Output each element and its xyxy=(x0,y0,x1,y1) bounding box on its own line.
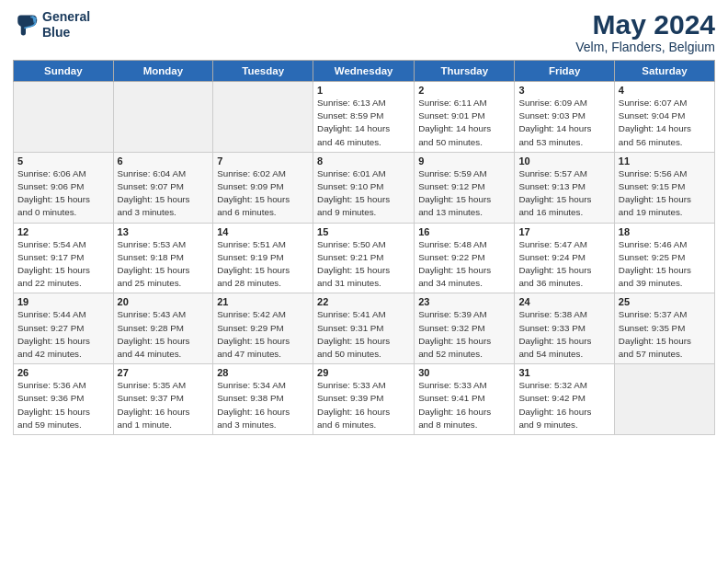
week-row-5: 26Sunrise: 5:36 AM Sunset: 9:36 PM Dayli… xyxy=(14,364,715,435)
day-info: Sunrise: 5:54 AM Sunset: 9:17 PM Dayligh… xyxy=(17,238,109,291)
calendar-cell: 2Sunrise: 6:11 AM Sunset: 9:01 PM Daylig… xyxy=(415,82,515,153)
logo: General Blue xyxy=(13,9,90,40)
day-info: Sunrise: 5:37 AM Sunset: 9:35 PM Dayligh… xyxy=(619,308,711,361)
calendar-cell: 9Sunrise: 5:59 AM Sunset: 9:12 PM Daylig… xyxy=(415,152,515,223)
day-info: Sunrise: 5:41 AM Sunset: 9:31 PM Dayligh… xyxy=(317,308,410,361)
day-number: 26 xyxy=(17,367,109,378)
calendar-cell: 21Sunrise: 5:42 AM Sunset: 9:29 PM Dayli… xyxy=(213,293,313,364)
logo-text: General Blue xyxy=(42,9,90,40)
day-number: 25 xyxy=(619,296,711,307)
day-number: 28 xyxy=(217,367,309,378)
day-number: 6 xyxy=(118,155,210,167)
calendar: SundayMondayTuesdayWednesdayThursdayFrid… xyxy=(13,60,715,435)
day-number: 10 xyxy=(518,155,609,167)
main-title: May 2024 xyxy=(575,9,715,40)
calendar-cell xyxy=(113,82,213,153)
day-number: 8 xyxy=(317,155,410,167)
weekday-header-monday: Monday xyxy=(113,61,213,82)
day-number: 13 xyxy=(118,226,210,237)
day-info: Sunrise: 6:11 AM Sunset: 9:01 PM Dayligh… xyxy=(418,97,510,149)
week-row-3: 12Sunrise: 5:54 AM Sunset: 9:17 PM Dayli… xyxy=(14,223,715,293)
logo-line1: General xyxy=(42,9,90,24)
day-number: 19 xyxy=(17,296,109,307)
day-number: 20 xyxy=(118,296,210,307)
week-row-1: 1Sunrise: 6:13 AM Sunset: 8:59 PM Daylig… xyxy=(14,82,715,153)
day-number: 14 xyxy=(217,226,309,237)
weekday-header-saturday: Saturday xyxy=(614,61,714,82)
calendar-cell: 20Sunrise: 5:43 AM Sunset: 9:28 PM Dayli… xyxy=(113,293,213,364)
day-info: Sunrise: 5:34 AM Sunset: 9:38 PM Dayligh… xyxy=(217,379,309,431)
day-info: Sunrise: 6:01 AM Sunset: 9:10 PM Dayligh… xyxy=(317,167,410,220)
day-number: 17 xyxy=(518,226,609,237)
calendar-cell: 5Sunrise: 6:06 AM Sunset: 9:06 PM Daylig… xyxy=(14,152,114,223)
calendar-cell xyxy=(213,82,313,153)
day-number: 1 xyxy=(317,85,410,96)
subtitle: Velm, Flanders, Belgium xyxy=(575,40,715,54)
calendar-cell: 15Sunrise: 5:50 AM Sunset: 9:21 PM Dayli… xyxy=(313,223,415,293)
calendar-cell: 7Sunrise: 6:02 AM Sunset: 9:09 PM Daylig… xyxy=(213,152,313,223)
calendar-cell: 8Sunrise: 6:01 AM Sunset: 9:10 PM Daylig… xyxy=(313,152,415,223)
day-number: 21 xyxy=(217,296,309,307)
day-number: 30 xyxy=(418,367,510,378)
day-number: 16 xyxy=(418,226,510,237)
title-block: May 2024 Velm, Flanders, Belgium xyxy=(575,9,715,54)
day-info: Sunrise: 5:33 AM Sunset: 9:39 PM Dayligh… xyxy=(317,379,410,431)
calendar-cell: 26Sunrise: 5:36 AM Sunset: 9:36 PM Dayli… xyxy=(14,364,114,435)
weekday-header-wednesday: Wednesday xyxy=(313,61,415,82)
day-number: 24 xyxy=(518,296,609,307)
day-info: Sunrise: 5:51 AM Sunset: 9:19 PM Dayligh… xyxy=(217,238,309,291)
calendar-cell: 18Sunrise: 5:46 AM Sunset: 9:25 PM Dayli… xyxy=(614,223,714,293)
calendar-cell: 3Sunrise: 6:09 AM Sunset: 9:03 PM Daylig… xyxy=(515,82,614,153)
day-info: Sunrise: 5:35 AM Sunset: 9:37 PM Dayligh… xyxy=(118,379,210,431)
day-number: 4 xyxy=(619,85,711,96)
calendar-cell: 16Sunrise: 5:48 AM Sunset: 9:22 PM Dayli… xyxy=(415,223,515,293)
page: General Blue May 2024 Velm, Flanders, Be… xyxy=(0,0,728,563)
calendar-cell xyxy=(14,82,114,153)
weekday-header-friday: Friday xyxy=(515,61,614,82)
day-info: Sunrise: 5:42 AM Sunset: 9:29 PM Dayligh… xyxy=(217,308,309,361)
calendar-cell: 14Sunrise: 5:51 AM Sunset: 9:19 PM Dayli… xyxy=(213,223,313,293)
header: General Blue May 2024 Velm, Flanders, Be… xyxy=(13,9,715,54)
weekday-header-row: SundayMondayTuesdayWednesdayThursdayFrid… xyxy=(14,61,715,82)
calendar-cell: 31Sunrise: 5:32 AM Sunset: 9:42 PM Dayli… xyxy=(515,364,614,435)
day-number: 27 xyxy=(118,367,210,378)
day-info: Sunrise: 6:09 AM Sunset: 9:03 PM Dayligh… xyxy=(518,97,609,149)
logo-icon xyxy=(13,12,39,38)
day-info: Sunrise: 5:43 AM Sunset: 9:28 PM Dayligh… xyxy=(118,308,210,361)
day-info: Sunrise: 5:56 AM Sunset: 9:15 PM Dayligh… xyxy=(619,167,711,220)
calendar-cell: 12Sunrise: 5:54 AM Sunset: 9:17 PM Dayli… xyxy=(14,223,114,293)
week-row-4: 19Sunrise: 5:44 AM Sunset: 9:27 PM Dayli… xyxy=(14,293,715,364)
calendar-cell xyxy=(614,364,714,435)
weekday-header-sunday: Sunday xyxy=(14,61,114,82)
week-row-2: 5Sunrise: 6:06 AM Sunset: 9:06 PM Daylig… xyxy=(14,152,715,223)
day-info: Sunrise: 5:59 AM Sunset: 9:12 PM Dayligh… xyxy=(418,167,510,220)
logo-line2: Blue xyxy=(42,25,70,40)
calendar-cell: 25Sunrise: 5:37 AM Sunset: 9:35 PM Dayli… xyxy=(614,293,714,364)
day-number: 31 xyxy=(518,367,609,378)
day-info: Sunrise: 5:32 AM Sunset: 9:42 PM Dayligh… xyxy=(518,379,609,431)
calendar-cell: 4Sunrise: 6:07 AM Sunset: 9:04 PM Daylig… xyxy=(614,82,714,153)
calendar-cell: 30Sunrise: 5:33 AM Sunset: 9:41 PM Dayli… xyxy=(415,364,515,435)
day-info: Sunrise: 5:48 AM Sunset: 9:22 PM Dayligh… xyxy=(418,238,510,291)
calendar-cell: 19Sunrise: 5:44 AM Sunset: 9:27 PM Dayli… xyxy=(14,293,114,364)
day-number: 5 xyxy=(17,155,109,167)
calendar-cell: 22Sunrise: 5:41 AM Sunset: 9:31 PM Dayli… xyxy=(313,293,415,364)
day-info: Sunrise: 5:53 AM Sunset: 9:18 PM Dayligh… xyxy=(118,238,210,291)
calendar-body: 1Sunrise: 6:13 AM Sunset: 8:59 PM Daylig… xyxy=(14,82,715,435)
calendar-cell: 24Sunrise: 5:38 AM Sunset: 9:33 PM Dayli… xyxy=(515,293,614,364)
calendar-cell: 17Sunrise: 5:47 AM Sunset: 9:24 PM Dayli… xyxy=(515,223,614,293)
day-number: 15 xyxy=(317,226,410,237)
day-info: Sunrise: 6:02 AM Sunset: 9:09 PM Dayligh… xyxy=(217,167,309,220)
calendar-cell: 6Sunrise: 6:04 AM Sunset: 9:07 PM Daylig… xyxy=(113,152,213,223)
weekday-header-tuesday: Tuesday xyxy=(213,61,313,82)
calendar-cell: 23Sunrise: 5:39 AM Sunset: 9:32 PM Dayli… xyxy=(415,293,515,364)
day-info: Sunrise: 5:39 AM Sunset: 9:32 PM Dayligh… xyxy=(418,308,510,361)
day-info: Sunrise: 5:36 AM Sunset: 9:36 PM Dayligh… xyxy=(17,379,109,431)
day-number: 23 xyxy=(418,296,510,307)
day-number: 18 xyxy=(619,226,711,237)
calendar-cell: 13Sunrise: 5:53 AM Sunset: 9:18 PM Dayli… xyxy=(113,223,213,293)
calendar-cell: 1Sunrise: 6:13 AM Sunset: 8:59 PM Daylig… xyxy=(313,82,415,153)
day-info: Sunrise: 5:50 AM Sunset: 9:21 PM Dayligh… xyxy=(317,238,410,291)
day-number: 11 xyxy=(619,155,711,167)
calendar-cell: 28Sunrise: 5:34 AM Sunset: 9:38 PM Dayli… xyxy=(213,364,313,435)
